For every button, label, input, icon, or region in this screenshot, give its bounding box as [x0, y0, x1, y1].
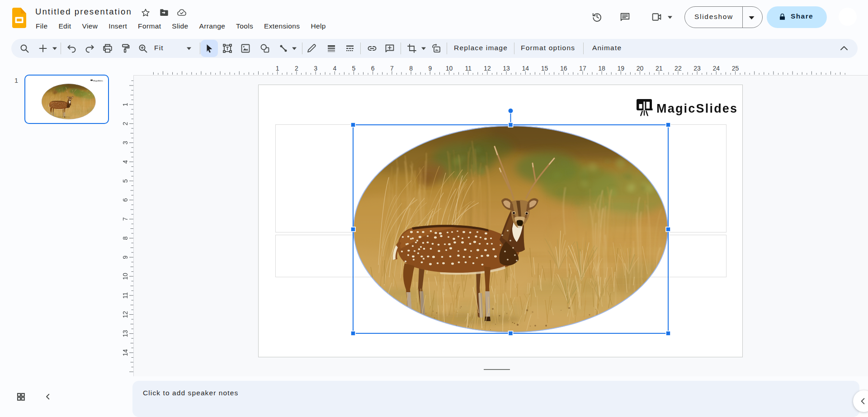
svg-text:7: 7	[122, 217, 129, 221]
svg-text:14: 14	[522, 65, 529, 72]
svg-text:8: 8	[122, 236, 129, 240]
svg-text:13: 13	[503, 65, 510, 72]
svg-text:6: 6	[371, 65, 375, 72]
svg-text:11: 11	[465, 65, 472, 72]
svg-text:1: 1	[276, 65, 279, 72]
svg-text:25: 25	[732, 65, 739, 72]
svg-text:18: 18	[598, 65, 605, 72]
svg-text:16: 16	[560, 65, 567, 72]
svg-text:21: 21	[656, 65, 663, 72]
svg-text:7: 7	[390, 65, 394, 72]
svg-text:10: 10	[446, 65, 453, 72]
svg-text:9: 9	[122, 256, 129, 259]
svg-text:15: 15	[541, 65, 548, 72]
svg-text:4: 4	[122, 160, 129, 164]
svg-text:17: 17	[579, 65, 586, 72]
svg-text:6: 6	[122, 198, 129, 202]
svg-text:1: 1	[122, 103, 129, 106]
svg-text:20: 20	[637, 65, 644, 72]
svg-text:5: 5	[352, 65, 356, 72]
svg-text:12: 12	[484, 65, 491, 72]
svg-text:11: 11	[122, 292, 129, 299]
svg-text:5: 5	[122, 179, 129, 183]
svg-text:13: 13	[122, 330, 129, 337]
svg-text:3: 3	[314, 65, 317, 72]
svg-text:12: 12	[122, 311, 129, 318]
svg-text:23: 23	[693, 65, 701, 72]
svg-text:19: 19	[618, 65, 625, 72]
svg-text:8: 8	[409, 65, 413, 72]
svg-text:4: 4	[333, 65, 336, 72]
svg-text:9: 9	[428, 65, 432, 72]
svg-text:3: 3	[122, 141, 129, 144]
svg-text:2: 2	[295, 65, 298, 72]
svg-text:22: 22	[675, 65, 682, 72]
svg-text:MagicSlides: MagicSlides	[656, 102, 738, 115]
svg-text:2: 2	[122, 122, 129, 125]
svg-text:14: 14	[122, 349, 129, 356]
svg-text:24: 24	[713, 65, 720, 72]
svg-text:10: 10	[122, 273, 129, 280]
